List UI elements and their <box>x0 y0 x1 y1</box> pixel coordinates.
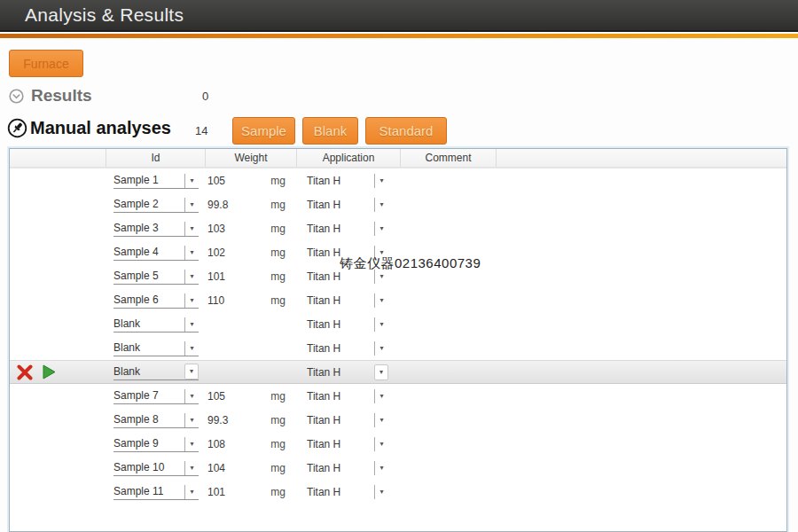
weight-unit: mg <box>270 199 296 211</box>
application-dropdown-button[interactable]: ▾ <box>374 174 388 188</box>
id-value: Sample 1 <box>113 174 184 188</box>
furnace-button[interactable]: Furnace <box>9 50 83 77</box>
application-dropdown-button[interactable]: ▾ <box>374 293 388 308</box>
chevron-down-icon: ▾ <box>190 273 193 280</box>
application-dropdown-button[interactable]: ▾ <box>374 485 388 499</box>
id-field[interactable]: Blank ▾ <box>113 364 199 380</box>
weight-cell[interactable]: 110 mg <box>205 294 296 307</box>
pushpin-icon[interactable] <box>7 118 27 138</box>
add-standard-button[interactable]: Standard <box>365 117 447 145</box>
table-row[interactable]: Blank ▾ Titan H ▾ <box>10 336 786 360</box>
id-value: Blank <box>113 341 184 356</box>
table-row[interactable]: Sample 7 ▾ 105 mg Titan H ▾ <box>10 384 786 408</box>
table-row[interactable]: Sample 8 ▾ 99.3 mg Titan H ▾ <box>10 408 786 432</box>
id-dropdown-button[interactable]: ▾ <box>184 222 199 236</box>
id-value: Sample 4 <box>113 246 184 260</box>
weight-cell[interactable]: 101 mg <box>205 270 296 283</box>
id-field[interactable]: Sample 6 ▾ <box>113 292 199 309</box>
id-dropdown-button[interactable]: ▾ <box>184 270 199 284</box>
id-value: Sample 11 <box>113 485 184 499</box>
id-dropdown-button[interactable]: ▾ <box>184 389 199 403</box>
id-dropdown-button[interactable]: ▾ <box>184 246 199 260</box>
id-dropdown-button[interactable]: ▾ <box>184 174 199 188</box>
application-dropdown-button[interactable]: ▾ <box>374 389 388 403</box>
table-row[interactable]: Sample 6 ▾ 110 mg Titan H ▾ <box>10 288 786 312</box>
table-row[interactable]: Sample 11 ▾ 101 mg Titan H ▾ <box>10 480 786 504</box>
application-dropdown-button[interactable]: ▾ <box>374 437 388 451</box>
weight-cell[interactable]: 105 mg <box>205 175 296 187</box>
id-dropdown-button[interactable]: ▾ <box>184 413 199 427</box>
application-value: Titan H <box>307 246 340 259</box>
weight-cell[interactable]: 102 mg <box>205 246 296 259</box>
application-cell: Titan H ▾ <box>296 341 400 356</box>
weight-cell[interactable]: 99.8 mg <box>205 199 296 211</box>
weight-unit: mg <box>270 223 296 235</box>
table-header-row: Id Weight Application Comment <box>10 149 786 168</box>
manual-analyses-table: Id Weight Application Comment Sample 1 <box>9 148 787 532</box>
id-dropdown-button[interactable]: ▾ <box>184 437 199 451</box>
weight-cell[interactable]: 105 mg <box>205 390 296 403</box>
results-section-header[interactable]: Results <box>9 86 92 106</box>
id-cell: Blank ▾ <box>106 340 205 356</box>
id-field[interactable]: Sample 8 ▾ <box>113 411 199 428</box>
application-dropdown-button[interactable]: ▾ <box>374 222 388 236</box>
application-dropdown-button[interactable]: ▾ <box>374 341 388 356</box>
id-field[interactable]: Sample 2 ▾ <box>113 196 199 213</box>
id-dropdown-button[interactable]: ▾ <box>184 198 199 212</box>
add-sample-button[interactable]: Sample <box>232 117 295 145</box>
column-header-actions <box>10 149 106 167</box>
chevron-down-icon: ▾ <box>190 249 193 256</box>
id-dropdown-button[interactable]: ▾ <box>184 317 199 332</box>
id-cell: Blank ▾ <box>106 316 205 332</box>
table-row[interactable]: Sample 1 ▾ 105 mg Titan H ▾ <box>10 168 786 192</box>
application-dropdown-button[interactable]: ▾ <box>374 413 388 427</box>
application-dropdown-button[interactable]: ▾ <box>374 461 388 475</box>
id-field[interactable]: Sample 4 ▾ <box>113 244 199 261</box>
table-row[interactable]: Sample 2 ▾ 99.8 mg Titan H ▾ <box>10 192 786 216</box>
column-header-weight: Weight <box>205 149 296 167</box>
id-field[interactable]: Sample 3 ▾ <box>113 220 199 237</box>
weight-cell[interactable]: 101 mg <box>205 486 296 498</box>
id-field[interactable]: Sample 5 ▾ <box>113 268 199 285</box>
application-cell: Titan H ▾ <box>296 389 400 403</box>
id-dropdown-button[interactable]: ▾ <box>184 341 199 356</box>
id-field[interactable]: Sample 7 ▾ <box>113 387 199 404</box>
table-row[interactable]: Sample 3 ▾ 103 mg Titan H ▾ <box>10 216 786 240</box>
application-dropdown-button[interactable]: ▾ <box>374 364 388 380</box>
application-dropdown-button[interactable]: ▾ <box>374 198 388 212</box>
row-actions <box>10 268 106 285</box>
id-field[interactable]: Sample 1 ▾ <box>113 172 199 189</box>
table-row[interactable]: Sample 9 ▾ 108 mg Titan H ▾ <box>10 432 786 456</box>
id-cell: Sample 9 ▾ <box>106 435 205 452</box>
chevron-down-icon: ▾ <box>379 177 383 184</box>
weight-unit: mg <box>270 246 296 259</box>
application-dropdown-button[interactable]: ▾ <box>374 317 388 332</box>
weight-cell[interactable]: 108 mg <box>205 438 296 450</box>
id-field[interactable]: Sample 9 ▾ <box>113 435 199 452</box>
chevron-down-icon: ▾ <box>190 393 193 400</box>
id-field[interactable]: Sample 11 ▾ <box>113 483 199 500</box>
id-field[interactable]: Blank ▾ <box>113 316 199 332</box>
manual-analyses-count: 14 <box>195 124 207 137</box>
chevron-down-icon: ▾ <box>190 201 193 208</box>
id-cell: Blank ▾ <box>106 364 205 380</box>
chevron-down-icon: ▾ <box>190 321 193 328</box>
id-field[interactable]: Blank ▾ <box>113 340 199 356</box>
table-row[interactable]: Sample 10 ▾ 104 mg Titan H ▾ <box>10 456 786 480</box>
run-icon[interactable] <box>42 364 57 380</box>
id-dropdown-button[interactable]: ▾ <box>184 364 199 379</box>
id-dropdown-button[interactable]: ▾ <box>184 293 199 308</box>
table-row[interactable]: Blank ▾ Titan H ▾ <box>10 312 786 336</box>
weight-cell[interactable]: 99.3 mg <box>205 414 296 426</box>
manual-analyses-section-header[interactable]: Manual analyses <box>7 118 171 138</box>
chevron-down-icon: ▾ <box>190 225 193 232</box>
weight-cell[interactable]: 104 mg <box>205 462 296 474</box>
add-blank-button[interactable]: Blank <box>302 117 358 145</box>
table-row[interactable]: Blank ▾ Titan H ▾ <box>10 360 786 384</box>
id-dropdown-button[interactable]: ▾ <box>184 461 199 475</box>
id-field[interactable]: Sample 10 ▾ <box>113 459 199 476</box>
expand-results-icon[interactable] <box>9 89 24 104</box>
id-dropdown-button[interactable]: ▾ <box>184 485 199 499</box>
weight-cell[interactable]: 103 mg <box>205 223 296 235</box>
delete-icon[interactable] <box>16 364 34 380</box>
